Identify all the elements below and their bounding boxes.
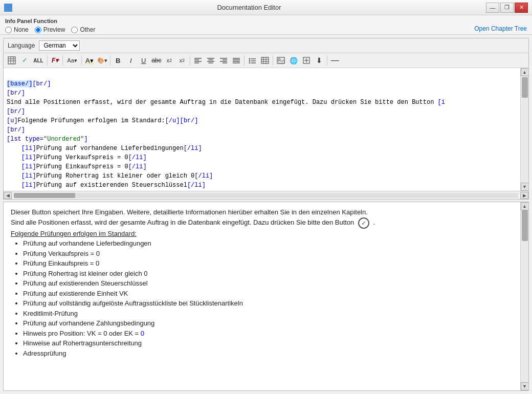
subscript-btn[interactable]: x2 — [163, 55, 175, 66]
check-circle-icon: ✓ — [358, 217, 369, 229]
radio-other-label: Other — [80, 26, 95, 33]
align-justify-btn[interactable] — [230, 55, 242, 66]
minimize-button[interactable]: — — [486, 3, 499, 13]
list-item: Prüfung auf existierenden Steuerschlüsse… — [23, 278, 513, 289]
svg-rect-4 — [8, 57, 15, 64]
preview-panel: Dieser Button speichert Ihre Eingaben. W… — [4, 202, 520, 390]
top-bar: Info Panel Function None Preview Other — [0, 15, 532, 35]
svg-point-27 — [249, 60, 250, 62]
special-btn[interactable] — [300, 55, 313, 66]
list-item: Prüfung auf vorhandene Zahlungsbedingung — [23, 318, 513, 329]
align-right-btn[interactable] — [217, 55, 230, 66]
h-scroll-thumb[interactable] — [14, 193, 75, 198]
radio-group: None Preview Other — [5, 26, 95, 33]
radio-none-label: None — [14, 26, 29, 33]
highlight-text: 0 — [141, 330, 144, 337]
sep7 — [273, 55, 273, 65]
app-window: Documentation Editor — ❐ ✕ Info Panel Fu… — [0, 0, 532, 394]
italic-btn[interactable]: I — [125, 55, 137, 66]
preview-intro: Dieser Button speichert Ihre Eingaben. W… — [11, 207, 513, 217]
code-editor-area: [base/][br/] [br/] Sind alle Positionen … — [4, 68, 528, 191]
preview-list: Prüfung auf vorhandene Lieferbedingungen… — [23, 238, 513, 358]
window-title: Documentation Editor — [12, 4, 486, 11]
app-icon — [4, 4, 12, 12]
window-controls: — ❐ ✕ — [486, 3, 528, 13]
sep5 — [190, 55, 190, 65]
code-editor[interactable]: [base/][br/] [br/] Sind alle Positionen … — [4, 68, 520, 191]
preview-section-title: Folgende Prüfungen erfolgen im Standard: — [11, 229, 513, 239]
sep6 — [244, 55, 245, 65]
highlight-btn[interactable]: A▾ — [83, 55, 96, 66]
font-size-btn[interactable]: Aa▾ — [64, 55, 79, 66]
list-item: Hinweis pro Position: VK = 0 oder EK = 0 — [23, 329, 513, 339]
color-btn[interactable]: 🎨▾ — [96, 55, 108, 66]
link-btn[interactable]: 🌐 — [287, 55, 300, 66]
main-area: Language German English French ✓ ALL F▾ … — [0, 35, 532, 394]
radio-other[interactable]: Other — [71, 26, 95, 33]
list-btn[interactable] — [246, 55, 258, 66]
scroll-track[interactable] — [521, 76, 528, 183]
list-item: Hinweise auf Rohertrag­sunterschreitung — [23, 338, 513, 348]
sep2 — [62, 55, 63, 65]
list-item: Kreditlimit-Prüfung — [23, 309, 513, 319]
preview-panel-wrapper: Dieser Button speichert Ihre Eingaben. W… — [3, 202, 529, 391]
preview-scroll-track[interactable] — [521, 210, 528, 382]
language-label: Language — [8, 42, 35, 49]
preview-paragraph: Sind alle Positionen erfasst, wird der g… — [11, 217, 513, 229]
table3-btn[interactable] — [259, 55, 271, 66]
title-bar-left — [4, 4, 12, 12]
list-item: Adressprüfung — [23, 348, 513, 359]
sep4 — [110, 55, 110, 65]
info-panel-title: Info Panel Function — [5, 18, 95, 24]
editor-toolbar: ✓ ALL F▾ Aa▾ A▾ 🎨▾ B I U abc x2 x2 — [4, 53, 528, 68]
strikethrough-btn[interactable]: abc — [150, 55, 163, 66]
list-item: Prüfung auf vorhandene Lieferbedingungen — [23, 238, 513, 249]
scroll-thumb[interactable] — [522, 77, 528, 98]
preview-scrollbar[interactable]: ▲ ▼ — [520, 202, 528, 390]
radio-none[interactable]: None — [5, 26, 29, 33]
preview-scroll-down-btn[interactable]: ▼ — [521, 382, 529, 390]
svg-rect-31 — [261, 57, 269, 63]
language-select[interactable]: German English French — [39, 40, 80, 51]
sep1 — [47, 55, 48, 65]
bold-btn[interactable]: B — [112, 55, 124, 66]
info-panel: Info Panel Function None Preview Other — [5, 18, 95, 33]
list-item: Prüfung Verkaufspreis = 0 — [23, 249, 513, 259]
superscript-btn[interactable]: x2 — [176, 55, 188, 66]
h-scroll-right-btn[interactable]: ▶ — [520, 192, 528, 199]
list-item: Prüfung Einkaufspreis = 0 — [23, 258, 513, 269]
h-scroll-track[interactable] — [14, 193, 518, 198]
table-btn[interactable] — [6, 55, 18, 66]
svg-point-25 — [249, 58, 250, 60]
align-left-btn[interactable] — [192, 55, 204, 66]
align-center-btn[interactable] — [205, 55, 217, 66]
editor-block: Language German English French ✓ ALL F▾ … — [3, 38, 529, 200]
sep3 — [81, 55, 82, 65]
font-btn[interactable]: F▾ — [49, 55, 61, 66]
all-btn[interactable]: ALL — [31, 55, 46, 66]
scroll-down-btn[interactable]: ▼ — [521, 183, 529, 191]
svg-point-29 — [249, 62, 250, 64]
preview-scroll-up-btn[interactable]: ▲ — [521, 202, 529, 210]
sep8 — [327, 55, 327, 65]
list-item: Prüfung auf vollständig aufgelöste Auftr… — [23, 298, 513, 309]
scroll-up-btn[interactable]: ▲ — [521, 68, 529, 76]
radio-preview[interactable]: Preview — [35, 26, 65, 33]
h-scrollbar[interactable]: ◀ ▶ — [4, 191, 528, 199]
restore-button[interactable]: ❐ — [500, 3, 514, 13]
hline-btn[interactable]: — — [329, 55, 341, 66]
check-btn[interactable]: ✓ — [18, 55, 31, 66]
insert-btn[interactable]: ⬇ — [313, 55, 325, 66]
h-scroll-left-btn[interactable]: ◀ — [4, 192, 12, 199]
open-chapter-tree-link[interactable]: Open Chapter Tree — [474, 25, 527, 32]
list-item: Prüfung auf existierende Einheit VK — [23, 289, 513, 299]
title-bar: Documentation Editor — ❐ ✕ — [0, 0, 532, 15]
image-btn[interactable] — [275, 55, 287, 66]
underline-btn[interactable]: U — [138, 55, 150, 66]
close-button[interactable]: ✕ — [515, 3, 528, 13]
editor-scrollbar[interactable]: ▲ ▼ — [520, 68, 528, 191]
preview-scroll-thumb[interactable] — [522, 210, 528, 241]
list-item: Prüfung Rohertrag ist kleiner oder gleic… — [23, 269, 513, 279]
radio-preview-label: Preview — [43, 26, 65, 33]
language-bar: Language German English French — [4, 38, 528, 53]
